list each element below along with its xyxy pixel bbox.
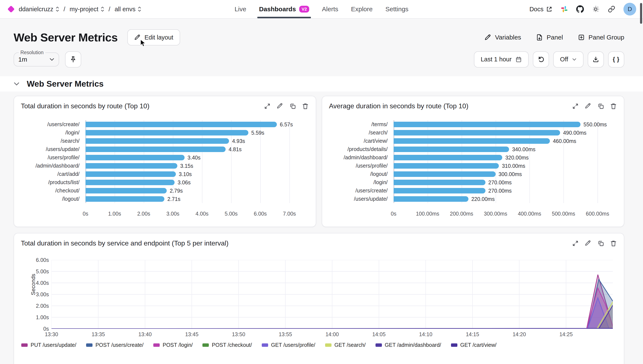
resolution-select[interactable]: Resolution 1m bbox=[14, 50, 59, 66]
bar[interactable] bbox=[86, 146, 226, 152]
slack-icon[interactable] bbox=[560, 5, 568, 13]
breadcrumb-project[interactable]: my-project bbox=[70, 6, 104, 13]
legend-item[interactable]: POST /checkout/ bbox=[202, 342, 252, 348]
bar[interactable] bbox=[86, 130, 248, 136]
bar-row: /login/5.59s bbox=[19, 128, 309, 137]
breadcrumb-separator: / bbox=[109, 6, 110, 13]
legend-swatch bbox=[86, 344, 93, 347]
add-panel-button[interactable]: Panel bbox=[536, 34, 563, 41]
x-tick-label: 13:40 bbox=[138, 331, 152, 338]
theme-toggle-icon[interactable] bbox=[592, 5, 600, 13]
legend-label: POST /login/ bbox=[163, 342, 193, 348]
variables-button[interactable]: Variables bbox=[484, 34, 521, 41]
bar[interactable] bbox=[86, 122, 277, 127]
page-toolbar: Web Server Metrics Edit layout Variables… bbox=[14, 29, 624, 46]
bar[interactable] bbox=[86, 155, 184, 160]
bar-track: 550.00ms bbox=[393, 122, 597, 127]
x-tick-label: 13:45 bbox=[185, 331, 198, 338]
bar-value-label: 3.10s bbox=[179, 171, 192, 177]
avatar-initial: D bbox=[628, 6, 632, 12]
bar[interactable] bbox=[86, 138, 229, 144]
expand-icon[interactable] bbox=[572, 240, 579, 247]
x-tick-label: 0s bbox=[391, 211, 396, 217]
breadcrumb-env[interactable]: all envs bbox=[115, 6, 141, 13]
file-plus-icon bbox=[536, 34, 543, 41]
x-tick-label: 14:20 bbox=[513, 331, 526, 338]
bar-category-label: /products/list/ bbox=[19, 179, 80, 186]
nav-tab-alerts[interactable]: Alerts bbox=[322, 0, 338, 18]
legend-item[interactable]: GET /users/profile/ bbox=[262, 342, 315, 348]
legend-item[interactable]: POST /users/create/ bbox=[86, 342, 143, 348]
nav-tab-dashboards[interactable]: DashboardsV2 bbox=[259, 0, 309, 18]
bar[interactable] bbox=[393, 138, 550, 144]
duplicate-icon[interactable] bbox=[289, 103, 296, 110]
github-icon[interactable] bbox=[576, 5, 584, 13]
breadcrumb-separator: / bbox=[64, 6, 65, 13]
horizontal-scrollbar-thumb[interactable] bbox=[590, 357, 621, 363]
x-tick-label: 13:35 bbox=[92, 331, 105, 338]
legend-item[interactable]: GET /admin/dashboard/ bbox=[375, 342, 441, 348]
chevron-down-icon[interactable] bbox=[14, 82, 20, 86]
breadcrumb-org[interactable]: ddanielcruzz bbox=[19, 6, 59, 13]
bar-value-label: 310.00ms bbox=[502, 163, 525, 169]
legend-item[interactable]: PUT /users/update/ bbox=[21, 342, 76, 348]
area-chart-canvas[interactable] bbox=[52, 260, 613, 329]
chevron-updown-icon bbox=[101, 6, 104, 12]
legend-item[interactable]: GET /search/ bbox=[325, 342, 366, 348]
user-avatar[interactable]: D bbox=[623, 3, 636, 16]
bar[interactable] bbox=[393, 155, 502, 160]
add-panel-group-button[interactable]: Panel Group bbox=[578, 34, 624, 41]
edit-icon[interactable] bbox=[585, 240, 591, 247]
bar[interactable] bbox=[393, 180, 485, 185]
nav-tab-explore[interactable]: Explore bbox=[351, 0, 373, 18]
json-view-button[interactable]: { } bbox=[608, 52, 624, 68]
duplicate-icon[interactable] bbox=[597, 240, 604, 247]
nav-tab-live[interactable]: Live bbox=[235, 0, 246, 18]
x-axis: 0s1.00s2.00s3.00s4.00s5.00s6.00s7.00s bbox=[86, 211, 289, 218]
x-tick-label: 14:15 bbox=[466, 331, 479, 338]
bar[interactable] bbox=[393, 163, 499, 168]
bar-track: 270.00ms bbox=[393, 188, 597, 194]
y-tick-label: 1.00s bbox=[36, 314, 49, 320]
bar-row: /search/490.00ms bbox=[327, 128, 617, 137]
expand-icon[interactable] bbox=[264, 103, 271, 110]
bar[interactable] bbox=[393, 172, 496, 177]
pin-resolution-button[interactable] bbox=[65, 52, 81, 68]
auto-refresh-value: Off bbox=[560, 56, 568, 63]
bar[interactable] bbox=[86, 163, 177, 168]
duplicate-icon[interactable] bbox=[597, 103, 604, 110]
bar[interactable] bbox=[86, 196, 164, 202]
docs-link[interactable]: Docs bbox=[529, 6, 552, 13]
delete-icon[interactable] bbox=[610, 240, 617, 247]
brand-logo-icon[interactable] bbox=[8, 6, 15, 13]
y-tick-label: 5.00s bbox=[36, 268, 49, 274]
nav-tab-settings[interactable]: Settings bbox=[385, 0, 408, 18]
download-button[interactable] bbox=[588, 52, 604, 68]
share-link-icon[interactable] bbox=[608, 5, 615, 13]
bar[interactable] bbox=[86, 180, 174, 185]
legend-item[interactable]: GET /cart/view/ bbox=[451, 342, 497, 348]
auto-refresh-select[interactable]: Off bbox=[553, 52, 583, 68]
bar[interactable] bbox=[393, 188, 485, 194]
x-tick-label: 7.00s bbox=[283, 211, 296, 217]
bar[interactable] bbox=[86, 172, 176, 177]
breadcrumb: ddanielcruzz / my-project / all envs bbox=[7, 6, 141, 13]
edit-icon[interactable] bbox=[277, 103, 283, 110]
time-range-button[interactable]: Last 1 hour bbox=[474, 52, 529, 68]
edit-layout-button[interactable]: Edit layout bbox=[127, 29, 180, 46]
vertical-scrollbar-thumb[interactable] bbox=[640, 3, 642, 24]
expand-icon[interactable] bbox=[572, 103, 579, 110]
refresh-button[interactable] bbox=[533, 52, 549, 68]
bar[interactable] bbox=[393, 122, 580, 127]
bar[interactable] bbox=[86, 188, 167, 194]
section-header[interactable]: Web Server Metrics bbox=[0, 76, 643, 92]
bar-category-label: /users/create/ bbox=[327, 188, 388, 194]
bar[interactable] bbox=[393, 130, 560, 136]
bar[interactable] bbox=[393, 146, 509, 152]
bar[interactable] bbox=[393, 196, 469, 202]
legend-item[interactable]: POST /login/ bbox=[153, 342, 193, 348]
delete-icon[interactable] bbox=[610, 103, 617, 110]
breadcrumb-org-label: ddanielcruzz bbox=[19, 6, 53, 13]
delete-icon[interactable] bbox=[302, 103, 309, 110]
edit-icon[interactable] bbox=[585, 103, 591, 110]
